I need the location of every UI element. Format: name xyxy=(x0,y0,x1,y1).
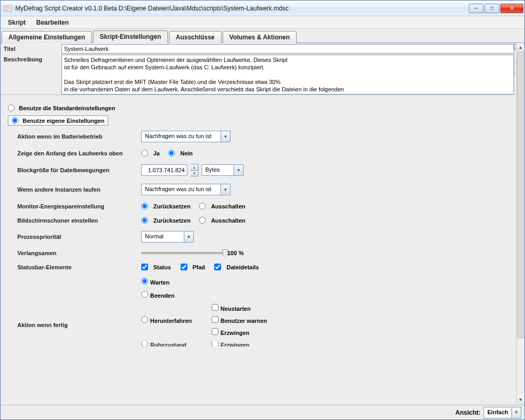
finish-quit-radio[interactable] xyxy=(141,291,148,298)
force2-label: Erzwingen xyxy=(220,342,249,347)
chevron-down-icon[interactable]: ▼ xyxy=(234,165,243,175)
restart-checkbox[interactable] xyxy=(212,304,218,311)
slowdown-label: Verlangsamen xyxy=(17,250,141,256)
scroll-down-icon[interactable]: ▼ xyxy=(517,395,524,404)
showtop-label: Zeige den Anfang des Laufwerks oben xyxy=(17,150,141,156)
finish-quit-label: Beenden xyxy=(150,292,174,299)
chevron-down-icon[interactable]: ▼ xyxy=(220,131,230,142)
row-other-instances: Wenn andere Instanzen laufen Nachfragen … xyxy=(17,184,520,195)
minimize-button[interactable]: ─ xyxy=(469,4,484,13)
warnuser-label: Benutzer warnen xyxy=(220,318,267,324)
blocksize-unit-combo[interactable]: Bytes ▼ xyxy=(202,164,244,176)
statusbar-label: Statusbar-Elemente xyxy=(17,264,141,270)
status-checkbox[interactable] xyxy=(141,264,148,270)
showtop-no-radio[interactable] xyxy=(168,150,175,156)
priority-combo[interactable]: Normal ▼ xyxy=(141,231,194,243)
screensaver-off-radio[interactable] xyxy=(199,217,206,224)
battery-combo[interactable]: Nachfragen was zu tun ist ▼ xyxy=(141,131,230,142)
content-scrollbar[interactable]: ▲ ▼ xyxy=(516,43,524,404)
force2-checkbox[interactable] xyxy=(212,341,218,346)
priority-label: Prozesspriorität xyxy=(17,234,141,240)
description-input[interactable]: Schnelles Defragmentieren und Optimieren… xyxy=(61,55,514,94)
row-slowdown: Verlangsamen 100 % xyxy=(17,250,520,256)
view-combo-value: Einfach xyxy=(484,407,511,418)
tab-general[interactable]: Allgemeine Einstellungen xyxy=(2,31,92,43)
screensaver-reset-label: Zurücksetzen xyxy=(153,217,191,224)
slider-thumb[interactable] xyxy=(223,249,228,258)
row-priority: Prozesspriorität Normal ▼ xyxy=(17,231,520,243)
restart-label: Neustarten xyxy=(220,306,250,312)
finish-wait-radio[interactable] xyxy=(141,278,148,285)
tab-bar: Allgemeine Einstellungen Skript-Einstell… xyxy=(1,29,524,43)
spinner-up-icon[interactable]: ▲ xyxy=(191,164,198,170)
menu-script[interactable]: Skript xyxy=(3,16,31,28)
view-combo[interactable]: Einfach ▼ xyxy=(484,407,521,418)
mode-custom-row[interactable]: Benutze eigene Einstellungen xyxy=(8,116,108,125)
blocksize-spinner[interactable]: ▲ ▼ xyxy=(191,164,198,176)
showtop-no-label: Nein xyxy=(180,150,193,156)
screensaver-reset-radio[interactable] xyxy=(141,217,148,224)
row-battery: Aktion wenn im Batteriebetrieb Nachfrage… xyxy=(17,131,520,142)
blocksize-input[interactable] xyxy=(141,164,187,176)
warnuser-checkbox[interactable] xyxy=(212,316,218,323)
description-label: Beschreibung xyxy=(4,55,61,62)
mode-default-label: Benutze die Standardeinstellungen xyxy=(19,105,115,111)
row-blocksize: Blockgröße für Dateibewegungen ▲ ▼ Bytes… xyxy=(17,164,520,176)
footer-bar: Ansicht: Einfach ▼ xyxy=(1,405,524,419)
tab-volumes[interactable]: Volumes & Aktionen xyxy=(223,31,297,43)
window-title: MyDefrag Script Creator v0.1.0 Beta D:\E… xyxy=(15,5,469,12)
menu-bar: Skript Bearbeiten xyxy=(1,16,524,29)
battery-combo-value: Nachfragen was zu tun ist xyxy=(142,131,220,142)
svg-rect-0 xyxy=(4,6,12,11)
row-finished-action: Aktion wenn fertig Warten Beenden Herunt… xyxy=(17,278,520,346)
header-fields: Titel ▲ Beschreibung Schnelles Defragmen… xyxy=(1,43,524,95)
other-combo[interactable]: Nachfragen was zu tun ist ▼ xyxy=(141,184,230,195)
slowdown-slider[interactable] xyxy=(141,252,225,254)
blocksize-unit-value: Bytes xyxy=(202,165,234,175)
mode-default-row[interactable]: Benutze die Standardeinstellungen xyxy=(8,104,520,111)
finish-shutdown-radio[interactable] xyxy=(141,316,148,323)
mode-custom-label: Benutze eigene Einstellungen xyxy=(23,118,104,124)
scroll-up-icon[interactable]: ▲ xyxy=(517,43,524,51)
screensaver-off-label: Ausschalten xyxy=(211,217,245,224)
power-reset-label: Zurücksetzen xyxy=(153,203,191,209)
row-showtop: Zeige den Anfang des Laufwerks oben Ja N… xyxy=(17,150,520,156)
scroll-thumb[interactable] xyxy=(517,52,524,338)
other-combo-value: Nachfragen was zu tun ist xyxy=(142,184,220,195)
power-reset-radio[interactable] xyxy=(141,203,148,209)
priority-combo-value: Normal xyxy=(142,232,184,242)
other-label: Wenn andere Instanzen laufen xyxy=(17,186,141,193)
showtop-yes-radio[interactable] xyxy=(141,150,148,156)
power-off-label: Ausschalten xyxy=(211,203,245,209)
tab-script-settings[interactable]: Skript-Einstellungen xyxy=(93,30,168,43)
close-button[interactable]: ✕ xyxy=(500,4,523,13)
filedetails-checkbox[interactable] xyxy=(214,264,221,270)
mode-default-radio[interactable] xyxy=(8,104,15,111)
custom-settings: Aktion wenn im Batteriebetrieb Nachfrage… xyxy=(17,131,520,346)
chevron-down-icon[interactable]: ▼ xyxy=(511,407,521,418)
screensaver-label: Bildschirmschoner einstellen xyxy=(17,217,141,224)
tab-excludes[interactable]: Ausschlüsse xyxy=(169,31,222,43)
power-label: Monitor-Energiespareinstellung xyxy=(17,203,141,209)
path-cb-label: Pfad xyxy=(193,264,205,270)
blocksize-label: Blockgröße für Dateibewegungen xyxy=(17,167,141,173)
window-controls: ─ □ ✕ xyxy=(469,4,523,13)
title-label: Titel xyxy=(4,44,61,52)
finish-shutdown-label: Herunterfahren xyxy=(150,318,192,324)
battery-label: Aktion wenn im Batteriebetrieb xyxy=(17,133,141,140)
path-checkbox[interactable] xyxy=(181,264,187,270)
titlebar: MyDefrag Script Creator v0.1.0 Beta D:\E… xyxy=(1,1,524,16)
finish-hibernate-radio[interactable] xyxy=(141,341,148,346)
maximize-button[interactable]: □ xyxy=(485,4,499,13)
mode-custom-radio[interactable] xyxy=(12,117,18,124)
status-cb-label: Status xyxy=(153,264,171,270)
chevron-down-icon[interactable]: ▼ xyxy=(184,232,193,242)
force-checkbox[interactable] xyxy=(212,328,218,335)
power-off-radio[interactable] xyxy=(199,203,206,209)
title-input[interactable] xyxy=(61,44,514,54)
finish-wait-label: Warten xyxy=(150,279,170,286)
row-powersave: Monitor-Energiespareinstellung Zurückset… xyxy=(17,203,520,209)
chevron-down-icon[interactable]: ▼ xyxy=(220,184,230,195)
spinner-down-icon[interactable]: ▼ xyxy=(191,170,198,176)
menu-edit[interactable]: Bearbeiten xyxy=(31,16,74,28)
